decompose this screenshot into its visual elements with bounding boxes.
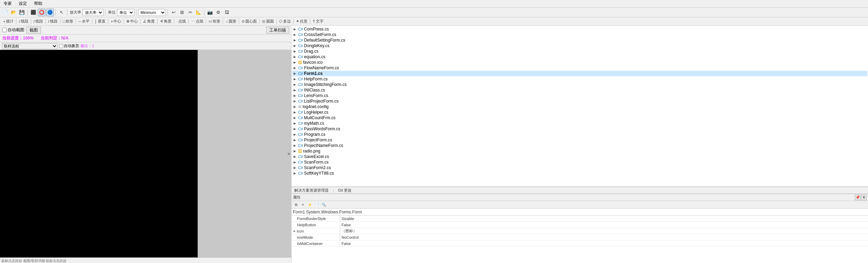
sep4 — [105, 9, 106, 16]
file-tree-item[interactable]: ▶C#INIClass.cs — [292, 87, 867, 93]
tool-circle2[interactable]: ◎ 圆圆 — [260, 18, 276, 24]
zoom-select[interactable]: 放大率 50% 100% 200% — [83, 9, 103, 16]
file-tree-item[interactable]: ▶🖼favicon.ico — [292, 60, 867, 65]
tool-horiz[interactable]: ─ 水平 — [77, 18, 91, 24]
tool-dotline2[interactable]: ⋯ 点线 — [189, 18, 205, 24]
min-select[interactable]: Minimum Maximum — [138, 9, 166, 16]
tool-dotline1[interactable]: · 点线 — [175, 18, 188, 24]
props-row[interactable]: Icon（图标） — [292, 228, 868, 234]
tool-import[interactable]: ↩ — [170, 9, 177, 16]
file-type-icon: C# — [298, 27, 303, 31]
tool-angle2[interactable]: ∢ 角度 — [158, 18, 173, 24]
file-tree-item[interactable]: ▶C#LensForm.cs — [292, 93, 867, 98]
menu-expert[interactable]: 专家 — [1, 0, 14, 7]
file-tree-item[interactable]: ▶C#SoftKeyYT88.cs — [292, 170, 867, 176]
file-tree-item[interactable]: ▶C#DefaultSettingForm.cs — [292, 37, 867, 43]
tool-center1[interactable]: + 中心 — [109, 18, 123, 24]
file-tree-item[interactable]: ▶C#Form1.cs — [292, 71, 867, 76]
tool-line2[interactable]: / 线段 — [32, 18, 45, 24]
tool-vert[interactable]: │ 垂直 — [93, 18, 107, 24]
flow-auto-page-checkbox[interactable] — [59, 44, 63, 48]
props-row[interactable]: FormBorderStyleSizable — [292, 216, 868, 222]
auto-screenshot-checkbox[interactable] — [2, 28, 7, 32]
tool-angle1[interactable]: ∠ 角度 — [141, 18, 157, 24]
file-tree-item[interactable]: ▶C#Program.cs — [292, 132, 867, 137]
tool-center2[interactable]: ⊕ 中心 — [125, 18, 140, 24]
file-tree-item[interactable]: ▶C#ComPress.cs — [292, 26, 867, 32]
flow-select[interactable]: 取样流程 — [2, 43, 58, 49]
tool-measure[interactable]: 📐 — [195, 9, 202, 16]
record-button[interactable]: ⬛ — [30, 9, 37, 16]
file-tree-item[interactable]: ▶C#MullCountFrm.cs — [292, 115, 867, 121]
tool-grid[interactable]: ⊞ — [178, 9, 186, 16]
file-tree-item[interactable]: ▶C#PassWordsForm.cs — [292, 126, 867, 132]
props-tool-4[interactable]: 📄 — [314, 202, 320, 208]
rect2-icon: ▭ — [209, 19, 212, 24]
props-tool-1[interactable]: ⊞ — [293, 202, 299, 208]
auto-screenshot-label[interactable]: 自动截图 — [2, 27, 24, 33]
tool-circle-area[interactable]: ⊙ 圆心面 — [240, 18, 259, 24]
unit-select[interactable]: 单位 mm px — [117, 9, 134, 16]
play-button[interactable]: 🔵 — [46, 9, 54, 16]
tool-camera[interactable]: 📷 — [206, 9, 214, 16]
tool-rect2[interactable]: ▭ 矩形 — [207, 18, 222, 24]
props-header-buttons: 📌 ✕ — [855, 195, 867, 200]
save-button[interactable]: 💾 — [18, 9, 26, 16]
file-tree-item[interactable]: ▶C#HelpForm.cs — [292, 76, 867, 82]
tool-cut[interactable]: ✂ — [186, 9, 194, 16]
file-tree-item[interactable]: ▶C#FlowNameForm.cs — [292, 65, 867, 71]
tool-free[interactable]: ✦ 任意 — [294, 18, 309, 24]
file-tree-item[interactable]: ▶🖼radio.png — [292, 148, 867, 154]
file-tree-item[interactable]: ▶C#SaveExcel.cs — [292, 154, 867, 159]
props-pin-button[interactable]: 📌 — [855, 195, 860, 200]
tool-settings2[interactable]: ⚙ — [214, 9, 222, 16]
tool-poly[interactable]: ⬡ 多边 — [277, 18, 293, 24]
props-row[interactable]: HelpButtonFalse — [292, 222, 868, 228]
file-tree-item[interactable]: ▶C#ProjectForm.cs — [292, 137, 867, 143]
progress-value: 100% — [23, 36, 34, 41]
file-tree-item[interactable]: ▶C#myMath.cs — [292, 121, 867, 126]
file-tree-item[interactable]: ▶C#Drag.cs — [292, 49, 867, 54]
file-tree-item[interactable]: ▶C#ScanForm.cs — [292, 159, 867, 165]
arrow-tool[interactable]: ↖ — [58, 9, 65, 16]
menu-help[interactable]: 帮助 — [32, 0, 44, 7]
file-tree[interactable]: ▶C#ComPress.cs▶C#CrossSetForm.cs▶C#Defau… — [292, 26, 868, 187]
file-tree-item[interactable]: ▶C#ListProjectForm.cs — [292, 98, 867, 104]
new-button[interactable]: 📄 — [1, 9, 9, 16]
tool-line3[interactable]: / 线段 — [47, 18, 59, 24]
file-type-icon: C# — [298, 166, 303, 170]
file-tree-item[interactable]: ▶C#LogHelper.cs — [292, 109, 867, 115]
file-tree-item[interactable]: ▶C#equation.cs — [292, 54, 867, 60]
solution-explorer-tab[interactable]: 解决方案资源管理器 — [293, 188, 330, 193]
file-tree-item[interactable]: ▶C#ProjectNameForm.cs — [292, 143, 867, 148]
file-tree-item[interactable]: ▶C#CrossSetForm.cs — [292, 32, 867, 37]
props-tool-5[interactable]: 🔍 — [321, 202, 327, 208]
tool-save2[interactable]: 🖫 — [223, 9, 230, 16]
tool-center2-label: 中心 — [130, 19, 138, 24]
tree-arrow-icon: ▶ — [294, 111, 297, 114]
tool-circle[interactable]: ○ 圆形 — [224, 18, 238, 24]
angle1-icon: ∠ — [143, 19, 146, 24]
circle-icon: ○ — [226, 19, 228, 24]
stop-button[interactable]: ⭕ — [38, 9, 45, 16]
git-changes-tab[interactable]: Git 更改 — [337, 188, 353, 193]
file-tree-item[interactable]: ▶C#DongleKey.cs — [292, 43, 867, 49]
open-button[interactable]: 📂 — [10, 9, 17, 16]
props-close-button[interactable]: ✕ — [861, 195, 867, 200]
tool-draw-pt[interactable]: + 描计 — [1, 18, 15, 24]
tool-rect[interactable]: □ 矩形 — [61, 18, 75, 24]
tool-text[interactable]: T 文字 — [311, 18, 325, 24]
file-tree-item[interactable]: ▶⚙log4net.config — [292, 104, 867, 109]
single-scan-button[interactable]: 工单扫描 — [266, 27, 289, 34]
file-tree-item[interactable]: ▶C#ImageStitchingForm.cs — [292, 82, 867, 87]
props-row[interactable]: IsMdiContainerFalse — [292, 240, 868, 247]
file-tree-item[interactable]: ▶C#ScanForm2.cs — [292, 165, 867, 170]
tool-line1[interactable]: / 线段 — [17, 18, 30, 24]
tree-arrow-icon: ▶ — [294, 172, 297, 175]
props-row[interactable]: ImeModeNoControl — [292, 234, 868, 240]
flow-checkbox-label[interactable]: 自动换页 — [59, 43, 79, 49]
screenshot-button[interactable]: 截图 — [26, 27, 41, 34]
props-tool-2[interactable]: ≡ — [300, 202, 306, 208]
props-tool-3[interactable]: ⚡ — [307, 202, 313, 208]
menu-settings[interactable]: 设定 — [17, 0, 29, 7]
